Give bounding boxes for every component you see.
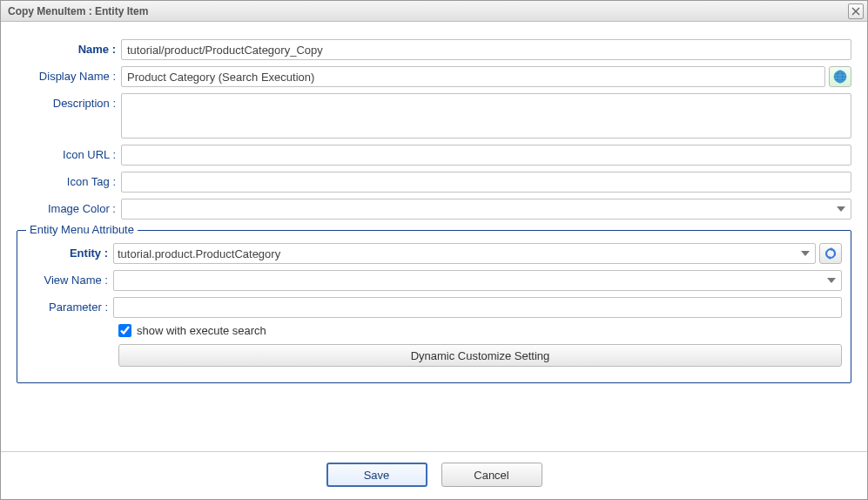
icon-tag-label: Icon Tag : (17, 172, 121, 188)
refresh-entity-button[interactable] (819, 243, 842, 264)
dialog-title: Copy MenuItem : Entity Item (8, 5, 148, 17)
display-name-input[interactable] (121, 66, 825, 87)
icon-url-label: Icon URL : (17, 145, 121, 161)
titlebar: Copy MenuItem : Entity Item (1, 1, 867, 22)
image-color-select[interactable] (121, 199, 851, 220)
dialog-content: Name : Display Name : Description : Icon… (1, 22, 867, 451)
button-bar: Save Cancel (1, 451, 867, 499)
copy-menuitem-dialog: Copy MenuItem : Entity Item Name : Displ… (0, 0, 868, 500)
entity-select[interactable]: tutorial.product.ProductCategory (113, 243, 816, 264)
name-input[interactable] (121, 39, 851, 60)
icon-tag-input[interactable] (121, 172, 851, 193)
show-with-execute-label: show with execute search (137, 324, 266, 337)
parameter-input[interactable] (113, 297, 842, 318)
close-button[interactable] (848, 3, 864, 19)
description-input[interactable] (121, 93, 851, 139)
view-name-label: View Name : (26, 270, 113, 287)
entity-label: Entity : (26, 243, 113, 260)
description-label: Description : (17, 93, 121, 110)
entity-menu-attribute-fieldset: Entity Menu Attribute Entity : tutorial.… (17, 230, 851, 383)
display-name-label: Display Name : (17, 66, 121, 83)
icon-url-input[interactable] (121, 145, 851, 166)
parameter-label: Parameter : (26, 297, 113, 314)
refresh-icon (824, 247, 838, 260)
globe-icon (833, 70, 847, 84)
close-icon (851, 7, 860, 16)
image-color-label: Image Color : (17, 199, 121, 215)
cancel-button[interactable]: Cancel (441, 463, 542, 487)
dynamic-customize-button[interactable]: Dynamic Customize Setting (118, 344, 842, 367)
localize-button[interactable] (829, 66, 851, 87)
view-name-select[interactable] (113, 270, 842, 291)
name-label: Name : (17, 39, 121, 56)
show-with-execute-checkbox[interactable] (118, 324, 131, 337)
fieldset-legend: Entity Menu Attribute (26, 223, 138, 236)
save-button[interactable]: Save (326, 463, 427, 487)
